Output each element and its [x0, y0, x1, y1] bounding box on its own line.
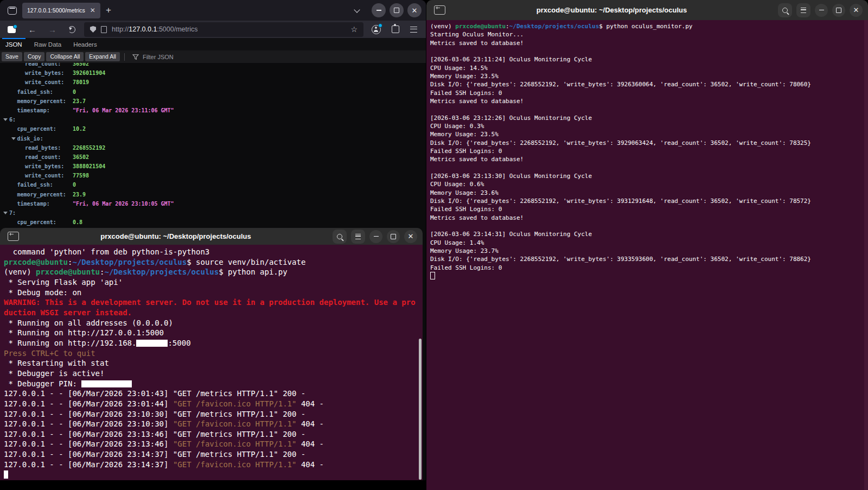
- terminal-line: Memory Usage: 23.7%: [430, 247, 868, 255]
- collapse-all-button[interactable]: Collapse All: [46, 52, 84, 61]
- terminal-output: command 'python' from deb python-is-pyth…: [0, 245, 423, 480]
- new-tab-icon[interactable]: [8, 232, 19, 241]
- terminal-line: Disk I/O: {'read_bytes': 2268552192, 'wr…: [430, 80, 868, 88]
- terminal-line: prxcode@ubuntu:~/Desktop/projects/oculus…: [4, 257, 423, 268]
- json-value: 3888021504: [73, 162, 105, 171]
- browser-tab-title: 127.0.0.1:5000/metrics: [27, 7, 85, 14]
- terminal-line: Failed SSH Logins: 0: [430, 147, 868, 155]
- url-bar[interactable]: http://127.0.0.1:5000/metrics ☆: [84, 22, 363, 37]
- terminal-minimize-button[interactable]: [815, 4, 828, 17]
- search-icon: [337, 234, 342, 239]
- tab-close-icon[interactable]: ✕: [90, 7, 95, 14]
- terminal-line: [2026-03-06 23:11:24] Oculus Monitoring …: [430, 55, 868, 63]
- json-row: failed_ssh:0: [0, 180, 426, 189]
- terminal-maximize-button[interactable]: [387, 230, 400, 243]
- terminal-menu-button[interactable]: [351, 230, 365, 244]
- filter-json-input[interactable]: Filter JSON: [143, 54, 174, 60]
- account-icon[interactable]: [372, 25, 381, 34]
- firefox-view-icon[interactable]: [8, 7, 17, 15]
- browser-close-button[interactable]: ✕: [407, 3, 422, 17]
- terminal-line: (venv) prxcode@ubuntu:~/Desktop/projects…: [4, 267, 423, 277]
- bookmark-star-icon[interactable]: ☆: [350, 25, 358, 34]
- terminal-line: CPU Usage: 0.6%: [430, 180, 868, 188]
- terminal-minimize-button[interactable]: [369, 230, 382, 243]
- terminal-line: Metrics saved to database!: [430, 97, 868, 105]
- flask-terminal-window: prxcode@ubuntu: ~/Desktop/projects/oculu…: [0, 228, 423, 480]
- page-info-icon[interactable]: [101, 26, 107, 33]
- tab-json[interactable]: JSON: [5, 38, 22, 50]
- terminal-scrollbar-track[interactable]: [864, 20, 868, 490]
- expand-arrow-icon[interactable]: [3, 118, 8, 121]
- terminal-line: Metrics saved to database!: [430, 155, 868, 163]
- terminal-line: Starting Oculus Monitor...: [430, 30, 868, 39]
- terminal-close-button[interactable]: ✕: [850, 4, 863, 17]
- extensions-icon[interactable]: [392, 26, 399, 33]
- terminal-line: 127.0.0.1 - - [06/Mar/2026 23:10:30] "GE…: [4, 419, 423, 429]
- forward-button[interactable]: →: [42, 25, 62, 34]
- expand-arrow-icon[interactable]: [3, 212, 8, 214]
- minimize-icon: [374, 236, 379, 237]
- tab-raw-data[interactable]: Raw Data: [34, 38, 62, 50]
- json-row: write_bytes:3926011904: [0, 68, 426, 78]
- maximize-icon: [836, 8, 841, 13]
- terminal-scrollbar[interactable]: [419, 339, 422, 480]
- shield-icon[interactable]: [90, 26, 96, 33]
- terminal-search-button[interactable]: [778, 3, 792, 17]
- json-key: write_bytes:: [25, 162, 64, 171]
- hamburger-icon: [801, 8, 806, 13]
- expand-all-button[interactable]: Expand All: [85, 52, 120, 61]
- terminal-line: 127.0.0.1 - - [06/Mar/2026 23:14:37] "GE…: [4, 449, 423, 460]
- sidebar-icon[interactable]: [8, 26, 16, 33]
- terminal-title-bar[interactable]: prxcode@ubuntu: ~/Desktop/projects/oculu…: [0, 228, 423, 245]
- terminal-line: * Debugger is active!: [4, 368, 423, 379]
- copy-button[interactable]: Copy: [24, 52, 45, 61]
- tab-headers[interactable]: Headers: [73, 38, 97, 50]
- terminal-line: [2026-03-06 23:14:31] Oculus Monitoring …: [430, 230, 868, 238]
- terminal-line: 127.0.0.1 - - [06/Mar/2026 23:14:37] "GE…: [4, 460, 423, 470]
- terminal-title: prxcode@ubuntu: ~/Desktop/projects/oculu…: [23, 232, 328, 240]
- terminal-line: 127.0.0.1 - - [06/Mar/2026 23:10:30] "GE…: [4, 409, 423, 419]
- json-key: memory_percent:: [17, 190, 66, 199]
- terminal-line: Failed SSH Logins: 0: [430, 264, 868, 272]
- json-row: write_count:78019: [0, 78, 426, 87]
- json-row: read_bytes:2268552192: [0, 143, 426, 152]
- filter-funnel-icon: [132, 54, 139, 60]
- json-row: write_count:77598: [0, 171, 426, 180]
- json-row: read_count:36502: [0, 152, 426, 162]
- minimize-icon: [819, 10, 824, 11]
- terminal-line: command 'python' from deb python-is-pyth…: [4, 247, 423, 257]
- browser-maximize-button[interactable]: [390, 3, 404, 17]
- monitor-terminal-window: prxcode@ubuntu: ~/Desktop/projects/oculu…: [426, 0, 868, 490]
- json-value: 0: [73, 180, 76, 189]
- json-key: cpu_percent:: [17, 124, 56, 133]
- terminal-search-button[interactable]: [333, 230, 347, 244]
- tab-list-chevron-icon[interactable]: [354, 7, 360, 12]
- json-key: read_bytes:: [25, 143, 61, 152]
- save-button[interactable]: Save: [2, 52, 22, 61]
- terminal-line: (venv) prxcode@ubuntu:~/Desktop/projects…: [430, 22, 868, 30]
- json-row: timestamp:"Fri, 06 Mar 2026 23:11:06 GMT…: [0, 106, 426, 115]
- terminal-line: Failed SSH Logins: 0: [430, 205, 868, 213]
- terminal-title-bar[interactable]: prxcode@ubuntu: ~/Desktop/projects/oculu…: [426, 0, 868, 20]
- json-value: 23.9: [73, 190, 86, 199]
- maximize-icon: [391, 234, 396, 239]
- terminal-line: Disk I/O: {'read_bytes': 2268552192, 'wr…: [430, 255, 868, 263]
- new-tab-button[interactable]: +: [100, 5, 117, 16]
- browser-minimize-button[interactable]: [372, 3, 386, 17]
- menu-icon[interactable]: [410, 27, 417, 33]
- json-key: timestamp:: [17, 199, 50, 208]
- terminal-line: Metrics saved to database!: [430, 39, 868, 47]
- reload-icon[interactable]: [68, 26, 75, 33]
- back-button[interactable]: ←: [22, 25, 42, 34]
- json-key: write_bytes:: [25, 68, 64, 78]
- terminal-line: [2026-03-06 23:13:30] Oculus Monitoring …: [430, 172, 868, 180]
- json-key: write_count:: [25, 78, 64, 87]
- terminal-maximize-button[interactable]: [832, 4, 845, 17]
- terminal-menu-button[interactable]: [796, 3, 810, 17]
- terminal-close-button[interactable]: ✕: [404, 230, 417, 243]
- terminal-line: [430, 164, 868, 172]
- terminal-line: Memory Usage: 23.6%: [430, 189, 868, 197]
- expand-arrow-icon[interactable]: [11, 137, 16, 140]
- new-tab-icon[interactable]: [434, 5, 445, 15]
- browser-tab[interactable]: 127.0.0.1:5000/metrics ✕: [22, 3, 100, 18]
